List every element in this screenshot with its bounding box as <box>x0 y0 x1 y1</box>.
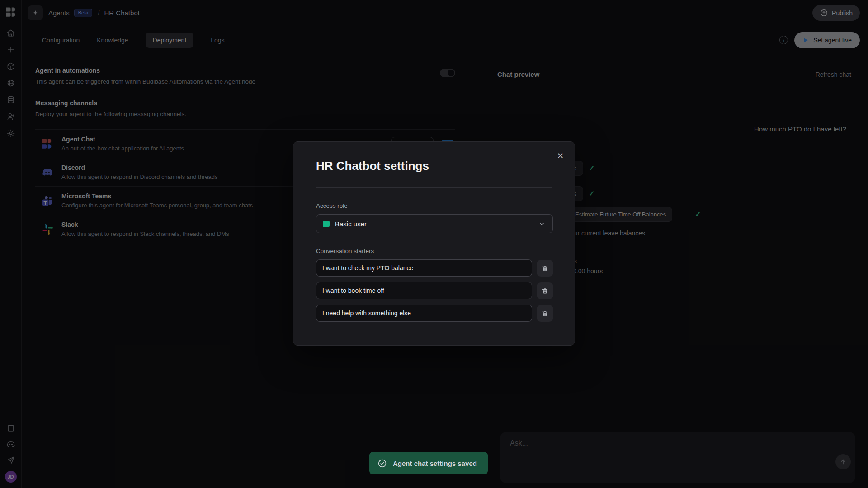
access-role-label: Access role <box>316 202 348 209</box>
modal-title: HR Chatbot settings <box>316 159 429 173</box>
starter-input-1[interactable] <box>316 259 532 277</box>
trash-icon <box>542 310 548 317</box>
starter-input-3[interactable] <box>316 305 532 322</box>
role-color-dot <box>323 221 330 227</box>
close-icon[interactable]: ✕ <box>555 149 566 163</box>
access-role-value: Basic user <box>335 220 367 228</box>
delete-starter-button[interactable] <box>537 282 553 299</box>
access-role-select[interactable]: Basic user <box>316 214 553 233</box>
check-circle-icon <box>377 459 387 468</box>
trash-icon <box>542 265 548 272</box>
success-toast: Agent chat settings saved <box>369 452 488 474</box>
hr-chatbot-settings-modal: ✕ HR Chatbot settings Access role Basic … <box>293 141 575 346</box>
modal-divider <box>316 187 552 188</box>
conversation-starters-label: Conversation starters <box>316 248 374 254</box>
starter-input-2[interactable] <box>316 282 532 299</box>
delete-starter-button[interactable] <box>537 305 553 322</box>
chevron-down-icon <box>538 221 545 227</box>
trash-icon <box>542 287 548 294</box>
delete-starter-button[interactable] <box>537 260 553 277</box>
toast-message: Agent chat settings saved <box>393 460 477 467</box>
